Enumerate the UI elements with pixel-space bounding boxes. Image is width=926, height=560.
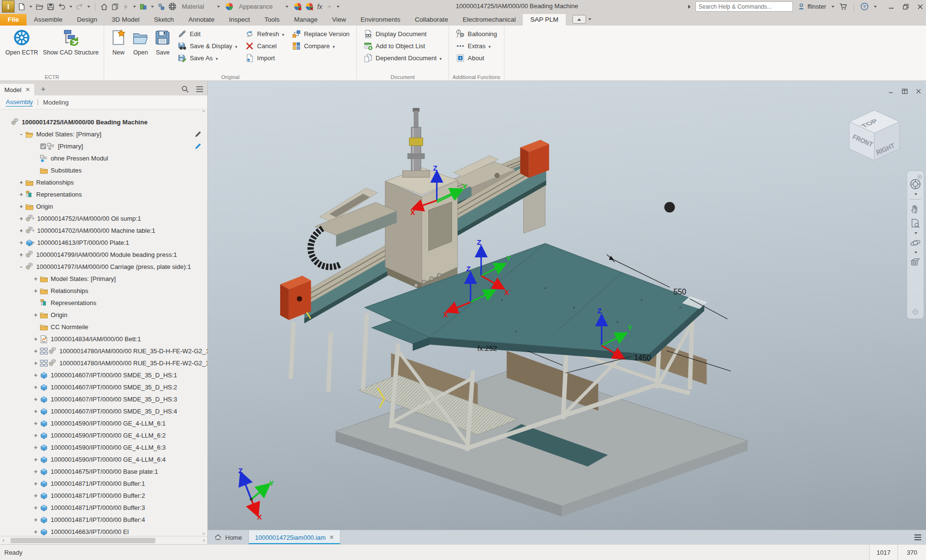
expand-icon[interactable]: + [32, 444, 40, 451]
doc-tabs-menu-icon[interactable] [910, 530, 926, 545]
tree-item[interactable]: +10000014663/IPT/000/00 El [0, 526, 207, 536]
refresh-button[interactable]: Refresh [243, 28, 286, 40]
inventor-app-icon[interactable]: I [2, 0, 14, 13]
tree-item[interactable]: +10000014780/IAM/000/00 RUE_35-D-H-FE-W2… [0, 345, 207, 357]
tree-item[interactable]: Substitutes [0, 164, 207, 176]
model-canvas[interactable]: Z X Z Y X Z X [208, 81, 926, 530]
tree-item[interactable]: +10000014871/IPT/000/00 Buffer:2 [0, 490, 207, 502]
appearance-dropdown[interactable]: Appearance [237, 2, 290, 11]
new-file-dropdown[interactable] [29, 6, 32, 8]
expand-icon[interactable]: + [32, 492, 40, 499]
tree-item[interactable]: +10000014607/IPT/000/00 SMDE_35_D_HS:3 [0, 393, 207, 405]
expand-icon[interactable]: + [17, 191, 25, 198]
expand-icon[interactable]: + [32, 384, 40, 391]
edit-pencil-icon[interactable] [194, 142, 202, 150]
tree-item[interactable]: +10000014752/IAM/000/00 Oil sump:1 [0, 213, 207, 225]
expand-icon[interactable]: + [17, 215, 25, 222]
tree-item[interactable]: -10000014797/IAM/000/00 Carriage (press,… [0, 261, 207, 273]
search-icon[interactable] [181, 84, 189, 93]
tab-3d-model[interactable]: 3D Model [105, 14, 147, 26]
tree-item[interactable]: [Primary] [0, 140, 207, 152]
close-icon[interactable]: ✕ [329, 534, 334, 541]
expand-icon[interactable]: + [32, 432, 40, 439]
open-button[interactable]: Open [130, 27, 150, 58]
tab-electromechanical[interactable]: Electromechanical [455, 14, 523, 26]
scrollbar-thumb[interactable] [11, 538, 155, 543]
display-document-button[interactable]: Display Document [362, 28, 444, 40]
tab-annotate[interactable]: Annotate [181, 14, 222, 26]
extras-button[interactable]: Extras [454, 40, 499, 52]
browser-menu-icon[interactable] [196, 84, 204, 93]
user-account-button[interactable]: ffinster [798, 3, 826, 10]
tab-collaborate[interactable]: Collaborate [408, 14, 455, 26]
tree-item[interactable]: +10000014590/IPT/000/00 GE_4-LLM_6:2 [0, 429, 207, 441]
clear-color-icon[interactable] [305, 2, 313, 11]
measure-icon[interactable] [139, 3, 147, 11]
collapse-icon[interactable]: - [17, 131, 25, 138]
tree-item[interactable]: +10000014871/IPT/000/00 Buffer:3 [0, 502, 207, 514]
expand-icon[interactable]: + [17, 227, 25, 234]
expand-icon[interactable]: + [17, 239, 25, 246]
pan-hand-icon[interactable] [910, 203, 921, 215]
tree-item[interactable]: +10000014675/IPT/000/00 Base plate:1 [0, 466, 207, 478]
edit-button[interactable]: Edit [176, 28, 239, 40]
doc-close-button[interactable] [916, 87, 921, 95]
expand-icon[interactable]: + [32, 504, 40, 511]
lightning-dropdown[interactable] [133, 6, 136, 8]
tree-item[interactable]: ohne Pressen Modul [0, 152, 207, 164]
tree-item[interactable]: +Origin [0, 200, 207, 213]
doc-minimize-button[interactable] [888, 87, 894, 95]
scroll-left-icon[interactable]: ‹ [2, 537, 4, 544]
help-search-input[interactable] [695, 1, 793, 12]
tree-item[interactable]: +10000014871/IPT/000/00 Buffer:4 [0, 514, 207, 526]
tree-item[interactable]: +10000014607/IPT/000/00 SMDE_35_D_HS:2 [0, 381, 207, 393]
user-dropdown[interactable] [831, 6, 834, 8]
horizontal-scrollbar[interactable]: ‹ › [0, 536, 207, 545]
lightning-icon[interactable] [123, 3, 129, 11]
color-wheel-icon[interactable] [225, 2, 233, 11]
expand-icon[interactable]: + [32, 420, 40, 427]
undo-icon[interactable] [58, 3, 66, 11]
view-assembly-link[interactable]: Assembly [6, 98, 33, 107]
tree-item[interactable]: +10000014702/IAM/000/00 Machine table:1 [0, 225, 207, 237]
open-ectr-button[interactable]: Open ECTR [4, 27, 40, 58]
compare-button[interactable]: Compare [290, 40, 352, 52]
tree-item[interactable]: +Model States: [Primary] [0, 273, 207, 285]
fx-parameters-button[interactable]: fx [317, 3, 322, 11]
minimize-button[interactable] [888, 3, 894, 10]
material-dropdown[interactable]: Material [180, 2, 222, 11]
tree-item[interactable]: +Relationships [0, 285, 207, 297]
zoom-all-icon[interactable] [910, 218, 921, 229]
expand-icon[interactable]: + [32, 311, 40, 319]
expand-icon[interactable]: + [32, 516, 40, 523]
tab-environments[interactable]: Environments [354, 14, 408, 26]
expand-icon[interactable]: + [32, 456, 40, 463]
save-display-button[interactable]: Save & Display [176, 40, 239, 52]
adjust-color-icon[interactable] [294, 2, 302, 11]
import-button[interactable]: Import [243, 52, 286, 64]
qat-customize-dropdown[interactable] [337, 6, 340, 8]
expand-icon[interactable]: + [32, 335, 40, 343]
render-wheel-icon[interactable] [168, 2, 177, 11]
browser-tab-model[interactable]: Model✕ [0, 84, 34, 95]
store-cart-icon[interactable] [839, 3, 847, 10]
undo-dropdown[interactable] [69, 6, 72, 8]
expand-icon[interactable]: + [32, 468, 40, 475]
tab-sap-plm[interactable]: SAP PLM [523, 14, 565, 26]
expand-icon[interactable]: + [32, 372, 40, 379]
measure-dropdown[interactable] [151, 6, 154, 8]
expand-icon[interactable]: + [32, 528, 40, 535]
expand-icon[interactable]: + [32, 347, 40, 355]
expand-icon[interactable]: + [17, 203, 25, 210]
cancel-button[interactable]: Cancel [243, 40, 286, 52]
tree-item[interactable]: +10000014799/IAM/000/00 Module beading p… [0, 249, 207, 261]
show-cad-structure-button[interactable]: Show CAD Structure [41, 27, 100, 58]
tree-item[interactable]: +10000014780/IAM/000/00 RUE_35-D-H-FE-W2… [0, 357, 207, 369]
collapse-icon[interactable]: - [17, 263, 25, 270]
component-icon[interactable] [157, 3, 165, 11]
tab-view[interactable]: View [325, 14, 354, 26]
expand-icon[interactable]: + [32, 275, 40, 282]
doc-tab-10000014725iam000-iam[interactable]: 10000014725iam000.iam✕ [249, 530, 341, 545]
home-icon[interactable] [100, 3, 108, 11]
tab-file[interactable]: File [0, 14, 27, 26]
